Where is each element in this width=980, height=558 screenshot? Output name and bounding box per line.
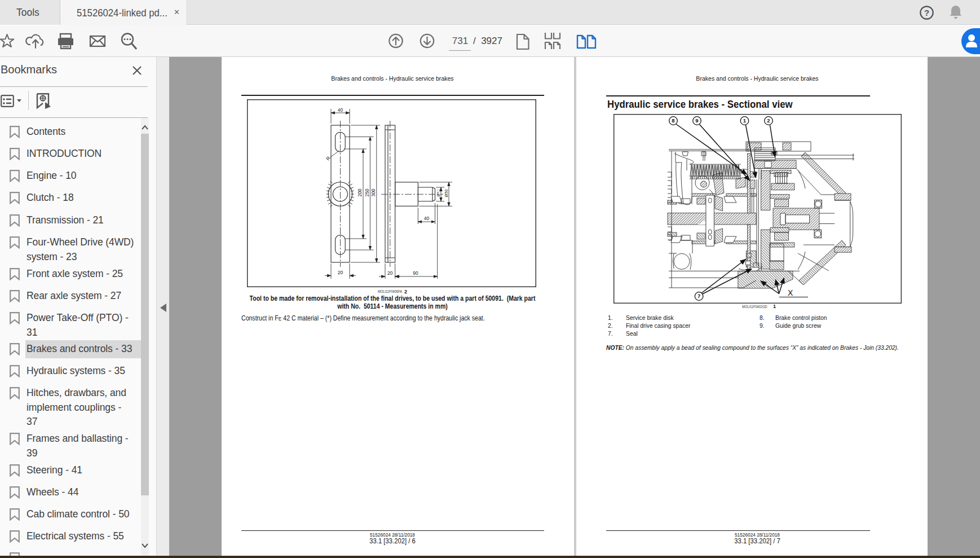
svg-text:?: ? xyxy=(924,8,929,17)
svg-text:1: 1 xyxy=(743,117,747,124)
svg-text:40: 40 xyxy=(338,107,343,113)
svg-text:20: 20 xyxy=(387,270,393,276)
svg-text:20: 20 xyxy=(338,270,343,275)
svg-text:R: R xyxy=(325,155,332,161)
svg-text:X: X xyxy=(788,288,793,297)
svg-text:2: 2 xyxy=(767,117,770,124)
svg-text:7: 7 xyxy=(698,293,700,299)
svg-text:Ø*□: Ø*□ xyxy=(436,189,440,196)
svg-text:8: 8 xyxy=(672,117,674,124)
svg-text:300: 300 xyxy=(370,188,376,196)
svg-text:40: 40 xyxy=(424,216,430,221)
svg-text:Ø50: Ø50 xyxy=(444,189,449,197)
svg-text:9: 9 xyxy=(695,117,698,124)
svg-text:200: 200 xyxy=(357,188,363,196)
svg-text:90: 90 xyxy=(413,270,418,276)
svg-text:250: 250 xyxy=(364,188,370,196)
